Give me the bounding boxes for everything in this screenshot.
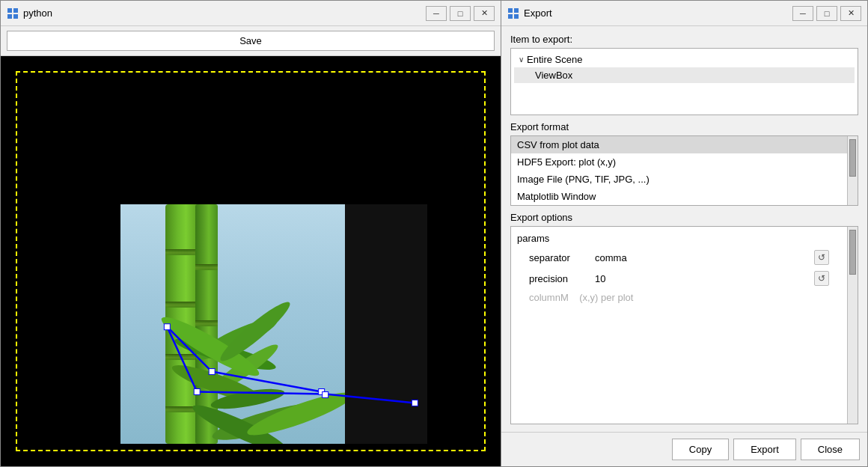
format-scrollbar-thumb[interactable] xyxy=(849,139,856,177)
svg-line-15 xyxy=(167,327,197,392)
format-item-matplotlib[interactable]: Matplotlib Window xyxy=(511,188,847,205)
svg-rect-2 xyxy=(7,14,12,19)
export-format-section: Export format CSV from plot data HDF5 Ex… xyxy=(510,121,858,206)
export-close-btn[interactable]: ✕ xyxy=(840,6,861,21)
options-scrollbar[interactable] xyxy=(847,227,858,424)
options-panel: params separator comma ↺ precision 10 ↺ … xyxy=(510,226,858,424)
python-title-left: python xyxy=(7,7,52,19)
export-content: Item to export: ∨ Entire Scene ViewBox E… xyxy=(501,26,867,432)
export-title-left: Export xyxy=(507,7,552,19)
export-options-label: Export options xyxy=(510,212,858,223)
tree-item-viewbox-label: ViewBox xyxy=(535,70,572,81)
export-title-controls: ─ □ ✕ xyxy=(792,6,861,21)
canvas-area xyxy=(1,56,501,466)
tree-item-viewbox[interactable]: ViewBox xyxy=(514,67,855,83)
export-window: Export ─ □ ✕ Item to export: ∨ Entire Sc… xyxy=(501,0,868,467)
options-row-separator: separator comma ↺ xyxy=(511,247,847,268)
svg-line-18 xyxy=(197,391,325,394)
svg-rect-29 xyxy=(514,14,519,19)
chevron-down-icon: ∨ xyxy=(519,55,524,64)
export-button[interactable]: Export xyxy=(733,439,796,460)
precision-reset-btn[interactable]: ↺ xyxy=(814,271,829,286)
svg-rect-22 xyxy=(194,388,200,394)
options-row-columnm: columnM (x,y) per plot xyxy=(511,289,847,306)
close-button[interactable]: Close xyxy=(801,439,860,460)
svg-line-19 xyxy=(326,394,415,403)
export-window-icon xyxy=(507,7,519,19)
export-maximize-btn[interactable]: □ xyxy=(816,6,837,21)
options-row-precision: precision 10 ↺ xyxy=(511,268,847,289)
footer-bar: Copy Export Close xyxy=(501,432,867,466)
item-to-export-label: Item to export: xyxy=(510,34,858,45)
svg-rect-0 xyxy=(7,8,12,13)
format-item-hdf5[interactable]: HDF5 Export: plot (x,y) xyxy=(511,153,847,171)
separator-label: separator xyxy=(529,252,589,263)
format-list: CSV from plot data HDF5 Export: plot (x,… xyxy=(510,135,858,206)
python-title-controls: ─ □ ✕ xyxy=(426,6,495,21)
precision-value: 10 xyxy=(595,273,808,284)
python-title-bar: python ─ □ ✕ xyxy=(1,1,501,26)
python-window-icon xyxy=(7,7,19,19)
export-format-label: Export format xyxy=(510,121,858,132)
python-title-text: python xyxy=(23,7,52,19)
format-scrollbar[interactable] xyxy=(847,136,858,205)
svg-rect-24 xyxy=(323,391,328,397)
separator-reset-btn[interactable]: ↺ xyxy=(814,250,829,265)
svg-line-16 xyxy=(167,327,212,372)
format-item-image[interactable]: Image File (PNG, TIF, JPG, ...) xyxy=(511,171,847,188)
options-group-label: params xyxy=(511,230,847,247)
svg-rect-28 xyxy=(508,14,513,19)
svg-rect-20 xyxy=(164,324,170,330)
python-maximize-btn[interactable]: □ xyxy=(450,6,471,21)
tree-item-entire-scene-label: Entire Scene xyxy=(527,54,582,65)
python-close-btn[interactable]: ✕ xyxy=(474,6,495,21)
export-options-section: Export options params separator comma ↺ … xyxy=(510,212,858,424)
copy-button[interactable]: Copy xyxy=(672,439,729,460)
export-title-text: Export xyxy=(524,7,552,19)
export-minimize-btn[interactable]: ─ xyxy=(792,6,813,21)
svg-rect-25 xyxy=(412,400,418,406)
tree-item-entire-scene[interactable]: ∨ Entire Scene xyxy=(514,52,855,67)
format-item-csv[interactable]: CSV from plot data xyxy=(511,136,847,153)
plot-lines-svg xyxy=(1,56,501,466)
svg-line-17 xyxy=(212,372,322,392)
svg-rect-3 xyxy=(13,14,18,19)
python-minimize-btn[interactable]: ─ xyxy=(426,6,447,21)
item-tree-panel: ∨ Entire Scene ViewBox xyxy=(510,48,858,115)
python-window: python ─ □ ✕ Save xyxy=(0,0,501,467)
separator-value: comma xyxy=(595,252,808,263)
svg-rect-1 xyxy=(13,8,18,13)
svg-rect-27 xyxy=(514,8,519,13)
svg-rect-21 xyxy=(209,369,215,375)
item-to-export-section: Item to export: ∨ Entire Scene ViewBox xyxy=(510,34,858,115)
export-title-bar: Export ─ □ ✕ xyxy=(501,1,867,26)
precision-label: precision xyxy=(529,273,589,284)
save-button[interactable]: Save xyxy=(7,31,495,51)
python-toolbar: Save xyxy=(1,26,501,56)
format-list-inner: CSV from plot data HDF5 Export: plot (x,… xyxy=(511,136,847,205)
options-scrollbar-thumb[interactable] xyxy=(849,230,856,275)
svg-rect-26 xyxy=(508,8,513,13)
